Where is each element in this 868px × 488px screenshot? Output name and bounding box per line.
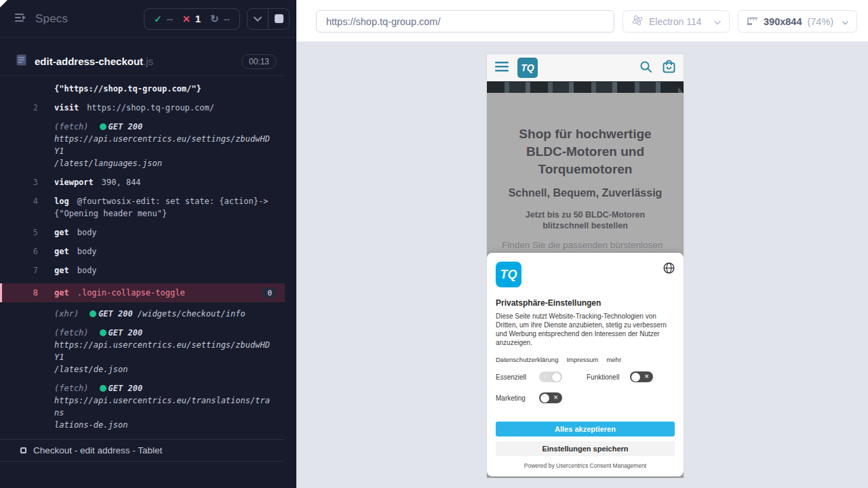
command-name: get [54, 228, 69, 237]
command-number [0, 308, 38, 320]
command-name: get [54, 288, 69, 298]
request-url-wrap: https://api.usercentrics.eu/settings/zbu… [54, 339, 274, 363]
suite-footer[interactable]: Checkout - edit address - Tablet [0, 439, 285, 462]
command-body: getbody [54, 264, 274, 277]
command-args: body [77, 228, 97, 237]
request-type: (fetch) [54, 328, 89, 338]
toggle-knob [631, 373, 640, 382]
browser-select[interactable]: Electron 114 [623, 10, 730, 33]
app-preview-area: TQ Shop für hochwe [296, 42, 868, 488]
reporter-header: Specs ✓ -- ✕ 1 ↻ -- [0, 0, 296, 38]
command-body: (fetch)GET 200https://api.usercentrics.e… [54, 121, 274, 169]
command-args: 390, 844 [102, 178, 141, 187]
save-settings-button[interactable]: Einstellungen speichern [496, 441, 675, 456]
command-row[interactable]: 4log@fourtwosix-edit: set state: {action… [0, 195, 285, 220]
check-icon: ✓ [154, 14, 162, 24]
spec-file-row[interactable]: edit-address-checkout.js 00:13 [0, 47, 285, 76]
command-body: getbody [54, 226, 274, 239]
command-args-wrap: {"Opening header menu"} [54, 207, 274, 220]
command-row[interactable]: {"https://shop.tq-group.com/"} [0, 83, 285, 95]
command-row[interactable]: 5getbody [0, 226, 285, 239]
device-viewport: TQ Shop für hochwe [487, 54, 684, 478]
privacy-policy-link[interactable]: Datenschutzerklärung [496, 356, 558, 363]
passed-count: -- [167, 14, 173, 24]
toggle-switch-funktionell[interactable]: ✕ [630, 371, 653, 382]
command-args: body [77, 247, 97, 256]
command-args: .login-collapse-toggle [77, 288, 185, 298]
viewport-select[interactable]: 390x844 (74%) [738, 10, 857, 33]
command-number: 2 [0, 102, 38, 114]
consent-toggles: Essenziell✓Funktionell✕Marketing✕ [496, 371, 677, 403]
cross-icon: ✕ [644, 371, 649, 382]
request-url-wrap: lations-de.json [54, 419, 274, 431]
request-type: (fetch) [54, 122, 89, 131]
electron-atom-icon [631, 14, 644, 29]
network-log-row[interactable]: (fetch)GET 200https://api.usercentrics.e… [0, 121, 285, 169]
command-number [0, 121, 38, 169]
specs-menu-icon[interactable] [15, 13, 27, 25]
command-body: visithttps://shop.tq-group.com/ [54, 102, 274, 114]
consent-description: Diese Seite nutzt Website-Tracking-Techn… [496, 312, 675, 347]
hero-image-strip [487, 81, 684, 93]
command-row[interactable]: 6getbody [0, 245, 285, 258]
consent-logo: TQ [496, 262, 521, 287]
command-count-badge: 0 [262, 288, 277, 298]
toggle-switch-marketing[interactable]: ✕ [539, 392, 562, 403]
stop-button[interactable] [269, 9, 289, 29]
toggle-switch-essenziell[interactable]: ✓ [539, 371, 562, 382]
toggle-label: Marketing [496, 394, 534, 402]
command-args: @fourtwosix-edit: set state: {action}-> [77, 197, 269, 206]
runner-toolbar: Electron 114 390x844 (74%) [296, 0, 868, 42]
collapse-chevron-button[interactable] [248, 9, 268, 29]
failed-count: 1 [195, 13, 201, 24]
command-row[interactable]: 2visithttps://shop.tq-group.com/ [0, 102, 285, 114]
command-number: 7 [0, 264, 38, 277]
command-name: get [54, 247, 69, 256]
spec-name: edit-address-checkout [35, 56, 143, 67]
test-reporter-panel: Specs ✓ -- ✕ 1 ↻ -- [0, 0, 296, 488]
command-name: viewport [54, 178, 94, 187]
language-globe-icon[interactable] [663, 262, 675, 277]
accept-all-button[interactable]: Alles akzeptieren [496, 422, 675, 436]
check-icon: ✓ [543, 371, 548, 382]
network-log-row[interactable]: (xhr)GET 200/widgets/checkout/info [0, 308, 285, 320]
status-dot-icon [90, 310, 96, 317]
command-body: get.login-collapse-toggle [54, 287, 274, 299]
cross-icon: ✕ [553, 392, 558, 403]
site-logo[interactable]: TQ [517, 58, 538, 78]
command-row[interactable]: 3viewport390, 844 [0, 176, 285, 188]
site-subheading: Schnell, Bequem, Zuverlässig [497, 187, 673, 199]
hamburger-menu-icon[interactable] [495, 62, 509, 75]
ruler-icon [747, 15, 758, 28]
search-icon[interactable] [639, 60, 652, 76]
command-body: (xhr)GET 200/widgets/checkout/info [54, 308, 274, 320]
imprint-link[interactable]: Impressum [566, 356, 598, 363]
more-link[interactable]: mehr [606, 356, 621, 363]
run-controls [247, 8, 290, 30]
viewport-size: 390x844 [764, 16, 802, 27]
site-heading: Shop für hochwertige BLDC-Motoren und To… [500, 125, 671, 178]
chevron-down-icon [842, 16, 848, 28]
network-log-row[interactable]: (fetch)GET 200https://api.usercentrics.e… [0, 327, 285, 375]
corner-wedge [0, 0, 7, 7]
consent-links: Datenschutzerklärung Impressum mehr [496, 356, 675, 363]
toggle-knob [552, 373, 561, 382]
command-number: 4 [0, 195, 38, 220]
command-args-wrap: {"https://shop.tq-group.com/"} [54, 83, 274, 95]
request-status: GET 200 [108, 122, 143, 131]
request-status: GET 200 [98, 309, 133, 319]
command-row[interactable]: 8get.login-collapse-toggle0 [0, 283, 285, 302]
pending-count: -- [224, 14, 230, 24]
cart-bag-icon[interactable] [663, 60, 675, 76]
run-stats: ✓ -- ✕ 1 ↻ -- [144, 8, 240, 30]
consent-toggle-row: Essenziell✓ [496, 371, 587, 382]
network-log-row[interactable]: (fetch)GET 200https://api.usercentrics.e… [0, 382, 285, 431]
command-number [0, 327, 38, 375]
url-input[interactable] [316, 10, 614, 33]
browser-name: Electron 114 [649, 16, 702, 27]
command-row[interactable]: 7getbody [0, 264, 285, 277]
request-status: GET 200 [108, 328, 143, 338]
command-number: 5 [0, 226, 38, 239]
command-body: viewport390, 844 [54, 176, 274, 188]
site-header: TQ [487, 54, 684, 81]
